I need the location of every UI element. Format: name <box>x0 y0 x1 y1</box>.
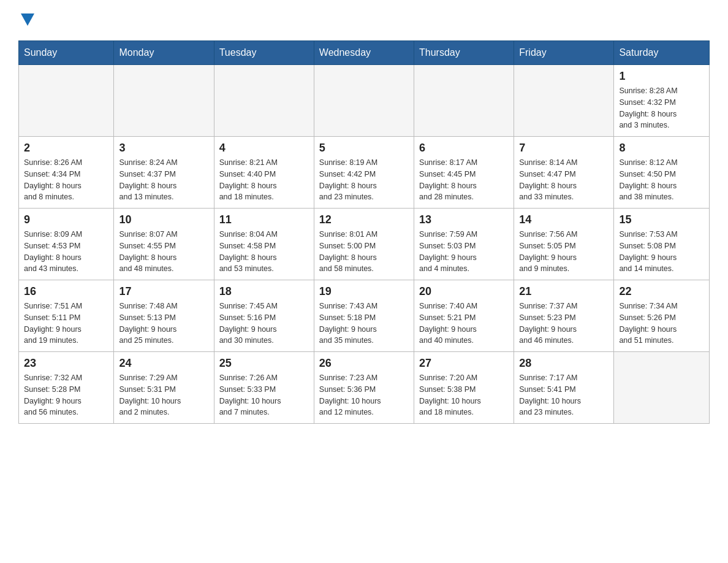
day-info: Sunrise: 7:20 AMSunset: 5:38 PMDaylight:… <box>419 372 509 418</box>
day-number: 7 <box>519 142 609 155</box>
day-number: 10 <box>119 213 208 226</box>
day-of-week-header: Thursday <box>414 41 514 65</box>
day-info: Sunrise: 8:04 AMSunset: 4:58 PMDaylight:… <box>219 229 309 275</box>
day-info: Sunrise: 7:26 AMSunset: 5:33 PMDaylight:… <box>219 372 309 418</box>
day-number: 5 <box>319 142 409 155</box>
calendar-cell: 15Sunrise: 7:53 AMSunset: 5:08 PMDayligh… <box>614 209 710 280</box>
calendar-cell: 24Sunrise: 7:29 AMSunset: 5:31 PMDayligh… <box>114 352 214 424</box>
day-info: Sunrise: 7:37 AMSunset: 5:23 PMDaylight:… <box>519 301 609 347</box>
day-info: Sunrise: 7:43 AMSunset: 5:18 PMDaylight:… <box>319 301 409 347</box>
day-number: 26 <box>319 357 409 370</box>
day-info: Sunrise: 8:01 AMSunset: 5:00 PMDaylight:… <box>319 229 409 275</box>
calendar-cell: 9Sunrise: 8:09 AMSunset: 4:53 PMDaylight… <box>19 209 114 280</box>
day-number: 23 <box>24 357 108 370</box>
day-info: Sunrise: 7:48 AMSunset: 5:13 PMDaylight:… <box>119 301 208 347</box>
calendar-cell: 17Sunrise: 7:48 AMSunset: 5:13 PMDayligh… <box>114 280 214 352</box>
day-info: Sunrise: 8:24 AMSunset: 4:37 PMDaylight:… <box>119 157 208 203</box>
calendar-cell: 19Sunrise: 7:43 AMSunset: 5:18 PMDayligh… <box>314 280 414 352</box>
calendar-cell: 28Sunrise: 7:17 AMSunset: 5:41 PMDayligh… <box>514 352 614 424</box>
day-number: 27 <box>419 357 509 370</box>
day-of-week-header: Sunday <box>19 41 114 65</box>
day-number: 14 <box>519 213 609 226</box>
calendar-cell: 13Sunrise: 7:59 AMSunset: 5:03 PMDayligh… <box>414 209 514 280</box>
day-number: 2 <box>24 142 108 155</box>
day-number: 21 <box>519 285 609 298</box>
calendar-cell <box>214 65 314 137</box>
day-info: Sunrise: 8:07 AMSunset: 4:55 PMDaylight:… <box>119 229 208 275</box>
page-header <box>18 12 710 28</box>
days-of-week-row: SundayMondayTuesdayWednesdayThursdayFrid… <box>19 41 710 65</box>
day-number: 6 <box>419 142 509 155</box>
calendar-cell <box>414 65 514 137</box>
calendar-cell: 22Sunrise: 7:34 AMSunset: 5:26 PMDayligh… <box>614 280 710 352</box>
calendar-week-row: 23Sunrise: 7:32 AMSunset: 5:28 PMDayligh… <box>19 352 710 424</box>
day-number: 20 <box>419 285 509 298</box>
calendar-cell: 8Sunrise: 8:12 AMSunset: 4:50 PMDaylight… <box>614 137 710 209</box>
day-info: Sunrise: 8:28 AMSunset: 4:32 PMDaylight:… <box>619 85 704 131</box>
calendar-cell: 16Sunrise: 7:51 AMSunset: 5:11 PMDayligh… <box>19 280 114 352</box>
day-info: Sunrise: 8:21 AMSunset: 4:40 PMDaylight:… <box>219 157 309 203</box>
day-number: 17 <box>119 285 208 298</box>
day-info: Sunrise: 7:59 AMSunset: 5:03 PMDaylight:… <box>419 229 509 275</box>
day-info: Sunrise: 8:17 AMSunset: 4:45 PMDaylight:… <box>419 157 509 203</box>
day-of-week-header: Monday <box>114 41 214 65</box>
svg-marker-0 <box>21 13 34 26</box>
day-number: 25 <box>219 357 309 370</box>
calendar-cell: 4Sunrise: 8:21 AMSunset: 4:40 PMDaylight… <box>214 137 314 209</box>
day-info: Sunrise: 7:17 AMSunset: 5:41 PMDaylight:… <box>519 372 609 418</box>
calendar-cell: 2Sunrise: 8:26 AMSunset: 4:34 PMDaylight… <box>19 137 114 209</box>
day-info: Sunrise: 7:51 AMSunset: 5:11 PMDaylight:… <box>24 301 108 347</box>
day-of-week-header: Tuesday <box>214 41 314 65</box>
calendar-cell: 21Sunrise: 7:37 AMSunset: 5:23 PMDayligh… <box>514 280 614 352</box>
day-info: Sunrise: 7:23 AMSunset: 5:36 PMDaylight:… <box>319 372 409 418</box>
calendar-week-row: 16Sunrise: 7:51 AMSunset: 5:11 PMDayligh… <box>19 280 710 352</box>
day-of-week-header: Wednesday <box>314 41 414 65</box>
day-info: Sunrise: 8:19 AMSunset: 4:42 PMDaylight:… <box>319 157 409 203</box>
calendar-body: 1Sunrise: 8:28 AMSunset: 4:32 PMDaylight… <box>19 65 710 424</box>
day-number: 16 <box>24 285 108 298</box>
day-number: 19 <box>319 285 409 298</box>
calendar-cell: 11Sunrise: 8:04 AMSunset: 4:58 PMDayligh… <box>214 209 314 280</box>
day-info: Sunrise: 7:53 AMSunset: 5:08 PMDaylight:… <box>619 229 704 275</box>
day-number: 18 <box>219 285 309 298</box>
day-number: 12 <box>319 213 409 226</box>
calendar-cell <box>314 65 414 137</box>
calendar-week-row: 2Sunrise: 8:26 AMSunset: 4:34 PMDaylight… <box>19 137 710 209</box>
day-info: Sunrise: 7:56 AMSunset: 5:05 PMDaylight:… <box>519 229 609 275</box>
calendar-cell: 5Sunrise: 8:19 AMSunset: 4:42 PMDaylight… <box>314 137 414 209</box>
day-info: Sunrise: 7:40 AMSunset: 5:21 PMDaylight:… <box>419 301 509 347</box>
calendar-cell: 14Sunrise: 7:56 AMSunset: 5:05 PMDayligh… <box>514 209 614 280</box>
day-number: 28 <box>519 357 609 370</box>
day-number: 22 <box>619 285 704 298</box>
calendar-cell: 25Sunrise: 7:26 AMSunset: 5:33 PMDayligh… <box>214 352 314 424</box>
day-info: Sunrise: 7:34 AMSunset: 5:26 PMDaylight:… <box>619 301 704 347</box>
calendar-cell: 26Sunrise: 7:23 AMSunset: 5:36 PMDayligh… <box>314 352 414 424</box>
day-number: 4 <box>219 142 309 155</box>
day-number: 11 <box>219 213 309 226</box>
calendar-cell: 10Sunrise: 8:07 AMSunset: 4:55 PMDayligh… <box>114 209 214 280</box>
day-info: Sunrise: 8:12 AMSunset: 4:50 PMDaylight:… <box>619 157 704 203</box>
calendar-week-row: 9Sunrise: 8:09 AMSunset: 4:53 PMDaylight… <box>19 209 710 280</box>
day-number: 24 <box>119 357 208 370</box>
logo-arrow-icon <box>21 13 34 28</box>
calendar-cell <box>514 65 614 137</box>
day-number: 15 <box>619 213 704 226</box>
calendar-cell <box>614 352 710 424</box>
calendar-cell: 12Sunrise: 8:01 AMSunset: 5:00 PMDayligh… <box>314 209 414 280</box>
day-number: 9 <box>24 213 108 226</box>
calendar-cell: 23Sunrise: 7:32 AMSunset: 5:28 PMDayligh… <box>19 352 114 424</box>
day-info: Sunrise: 8:14 AMSunset: 4:47 PMDaylight:… <box>519 157 609 203</box>
calendar-cell: 7Sunrise: 8:14 AMSunset: 4:47 PMDaylight… <box>514 137 614 209</box>
day-number: 1 <box>619 70 704 83</box>
calendar-cell: 20Sunrise: 7:40 AMSunset: 5:21 PMDayligh… <box>414 280 514 352</box>
day-number: 13 <box>419 213 509 226</box>
day-info: Sunrise: 7:32 AMSunset: 5:28 PMDaylight:… <box>24 372 108 418</box>
day-number: 3 <box>119 142 208 155</box>
calendar-table: SundayMondayTuesdayWednesdayThursdayFrid… <box>18 40 710 424</box>
logo <box>18 12 34 28</box>
day-info: Sunrise: 8:09 AMSunset: 4:53 PMDaylight:… <box>24 229 108 275</box>
calendar-cell: 27Sunrise: 7:20 AMSunset: 5:38 PMDayligh… <box>414 352 514 424</box>
day-info: Sunrise: 7:45 AMSunset: 5:16 PMDaylight:… <box>219 301 309 347</box>
calendar-cell: 1Sunrise: 8:28 AMSunset: 4:32 PMDaylight… <box>614 65 710 137</box>
day-number: 8 <box>619 142 704 155</box>
